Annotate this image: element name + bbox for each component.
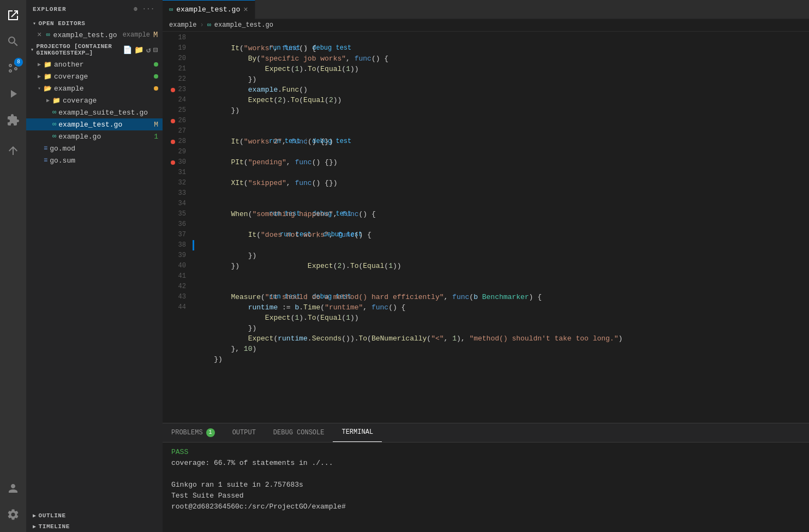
gutter-36: 36: [163, 219, 188, 230]
tree-item-another[interactable]: ▶ 📁 another: [26, 58, 163, 70]
gutter-22: 22: [163, 74, 188, 85]
remote-icon[interactable]: [0, 138, 26, 164]
line-43: }, 10): [193, 344, 809, 354]
open-editors-chevron: ▾: [33, 20, 37, 27]
close-icon[interactable]: ×: [37, 31, 41, 39]
tab-problems[interactable]: PROBLEMS 1: [163, 423, 224, 442]
line-28: PIt("pending", func() {}): [193, 157, 809, 168]
terminal-content[interactable]: PASS coverage: 66.7% of statements in ./…: [163, 443, 809, 532]
gutter-41: 41: [163, 271, 188, 282]
tree-item-example[interactable]: ▾ 📂 example: [26, 82, 163, 94]
gutter-40: 40: [163, 261, 188, 271]
breadcrumb-go-icon: ∞: [207, 21, 211, 29]
line-29: [193, 168, 809, 178]
line-27: [193, 147, 809, 157]
run-debug-26-label: run test | debug test: [193, 126, 809, 136]
line-30: XIt("skipped", func() {}): [193, 178, 809, 188]
source-control-icon[interactable]: 8: [0, 55, 26, 81]
tree-item-example-test[interactable]: ∞ example_test.go M: [26, 118, 163, 130]
gutter-38: 38: [163, 240, 188, 250]
outline-section[interactable]: ▶ OUTLINE: [26, 510, 163, 521]
tree-item-gomod[interactable]: ≡ go.mod: [26, 142, 163, 154]
gutter-26: 26: [163, 116, 188, 126]
breadcrumb-example[interactable]: example: [169, 21, 196, 29]
folder-open-icon: 📂: [44, 85, 52, 93]
gutter-27: 27: [163, 126, 188, 136]
code-content[interactable]: run test | debug test It("works", func()…: [193, 32, 809, 423]
tab-debug-console[interactable]: DEBUG CONSOLE: [265, 423, 333, 442]
gutter-37: 37: [163, 230, 188, 240]
gutter-20: 20: [163, 53, 188, 64]
gutter-29: 29: [163, 147, 188, 157]
folder-name: example: [54, 85, 154, 93]
run-debug-18-label: run test | debug test: [193, 33, 809, 43]
line-numbers: 18 19 20 21 22 23 24 25 26 27 28 29 30 3…: [163, 32, 193, 423]
file-name: example.go: [58, 133, 154, 141]
go-file-icon: ∞: [46, 31, 50, 39]
gutter-32: 32: [163, 178, 188, 188]
breadcrumb-file[interactable]: example_test.go: [214, 21, 273, 29]
tab-close-icon[interactable]: ×: [243, 5, 248, 14]
tree-item-example-suite[interactable]: ∞ example_suite_test.go: [26, 106, 163, 118]
tab-output[interactable]: OUTPUT: [224, 423, 265, 442]
problems-label: PROBLEMS: [171, 429, 203, 437]
timeline-section[interactable]: ▶ TIMELINE: [26, 521, 163, 532]
outline-label: OUTLINE: [39, 512, 66, 519]
open-editors-header[interactable]: ▾ OPEN EDITORS: [26, 18, 163, 29]
line-32: When("something happens", func() {: [193, 209, 809, 219]
gutter-24: 24: [163, 95, 188, 105]
tab-bar: ∞ example_test.go ×: [163, 0, 809, 19]
line-18: It("works", func() {: [193, 43, 809, 53]
run-icon[interactable]: [0, 81, 26, 107]
terminal-pass: PASS: [171, 447, 800, 458]
new-folder-icon[interactable]: 📁: [134, 45, 144, 55]
open-editor-label: example: [123, 31, 150, 39]
project-header[interactable]: ▾ PROJECTGO [CONTAINER GINKGOTESTEXP…] 📄…: [26, 41, 163, 58]
project-chevron: ▾: [31, 46, 34, 53]
line-36: }): [193, 261, 809, 271]
mod-file-icon: ≡: [44, 145, 47, 152]
gutter-31: 31: [163, 168, 188, 178]
line-38: Measure("it should do a method() hard ef…: [193, 292, 809, 302]
source-control-badge: 8: [14, 58, 23, 67]
breadcrumb-sep: ›: [200, 21, 203, 29]
gutter-21: 21: [163, 64, 188, 74]
tree-item-example-go[interactable]: ∞ example.go 1: [26, 130, 163, 142]
go-file-icon: ∞: [52, 121, 56, 128]
settings-icon[interactable]: [0, 501, 26, 528]
account-icon[interactable]: [0, 475, 26, 501]
terminal-blank: [171, 469, 800, 480]
gutter-23: 23: [163, 85, 188, 95]
extensions-icon[interactable]: [0, 107, 26, 133]
collapse-icon[interactable]: ⊟: [153, 45, 158, 55]
files-icon[interactable]: [0, 2, 26, 28]
folder-name: coverage: [63, 97, 163, 105]
folder-chevron: ▶: [44, 97, 52, 104]
tree-item-coverage[interactable]: ▶ 📁 coverage: [26, 70, 163, 82]
line-22: example.Func(): [193, 85, 809, 95]
tab-terminal[interactable]: TERMINAL: [333, 423, 382, 442]
line-37: [193, 271, 809, 282]
modified-indicator: 1: [154, 133, 158, 141]
panel-tabs: PROBLEMS 1 OUTPUT DEBUG CONSOLE TERMINAL: [163, 423, 809, 443]
tab-label: example_test.go: [176, 5, 240, 14]
status-dot-green: [154, 74, 158, 79]
new-file-icon[interactable]: ⊕: [133, 4, 139, 14]
tree-item-gosum[interactable]: ≡ go.sum: [26, 154, 163, 166]
code-editor: 18 19 20 21 22 23 24 25 26 27 28 29 30 3…: [163, 32, 809, 423]
open-editor-example-test[interactable]: × ∞ example_test.go example M: [26, 29, 163, 41]
new-file-project-icon[interactable]: 📄: [123, 45, 133, 55]
timeline-label: TIMELINE: [39, 523, 70, 530]
search-icon[interactable]: [0, 28, 26, 55]
output-label: OUTPUT: [232, 429, 256, 437]
file-name: example_test.go: [58, 121, 154, 129]
tree-item-example-coverage[interactable]: ▶ 📁 coverage: [26, 94, 163, 106]
gutter-25: 25: [163, 105, 188, 116]
more-icon[interactable]: ···: [141, 4, 156, 14]
open-editors-label: OPEN EDITORS: [39, 20, 86, 27]
refresh-icon[interactable]: ↺: [146, 45, 151, 55]
tab-example-test[interactable]: ∞ example_test.go ×: [163, 0, 255, 19]
gutter-43: 43: [163, 292, 188, 302]
timeline-chevron: ▶: [33, 523, 37, 530]
run-debug-38-label: run test | debug test: [193, 282, 809, 292]
